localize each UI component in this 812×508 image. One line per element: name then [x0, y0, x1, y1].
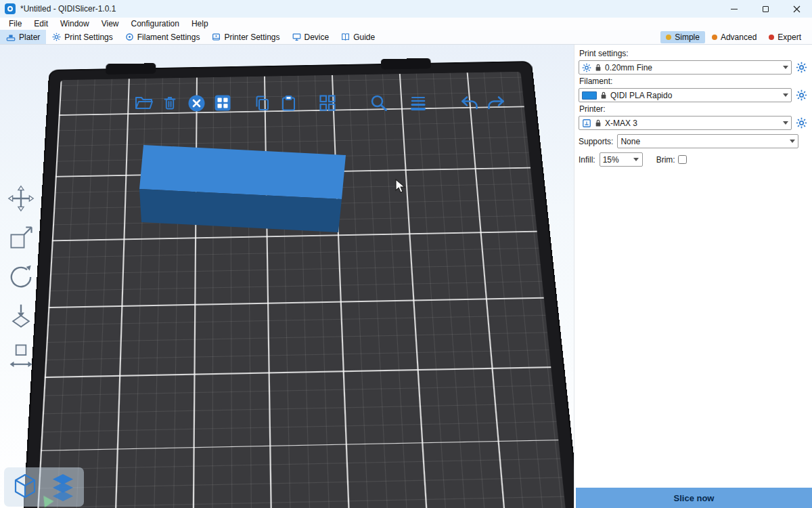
mode-simple[interactable]: Simple — [660, 31, 705, 43]
printer-label: Printer: — [579, 104, 808, 114]
filament-color-swatch — [582, 91, 597, 100]
close-button[interactable] — [781, 0, 812, 18]
tab-label: Plater — [19, 33, 40, 42]
slice-now-button[interactable]: Slice now — [576, 488, 812, 508]
plater-icon — [6, 33, 16, 42]
move-icon — [7, 184, 35, 213]
print-settings-label: Print settings: — [579, 49, 808, 58]
editor-view-button[interactable] — [9, 471, 41, 503]
3d-viewport[interactable] — [0, 45, 574, 508]
cube-3d-icon — [11, 472, 39, 502]
open-file-button[interactable] — [134, 93, 153, 112]
profile-gear-icon — [582, 63, 591, 72]
split-objects-icon — [319, 94, 336, 112]
tab-filament-settings[interactable]: Filament Settings — [119, 30, 206, 44]
chevron-down-icon — [790, 140, 795, 143]
tab-device[interactable]: Device — [286, 30, 336, 44]
delete-button[interactable] — [160, 93, 179, 112]
print-settings-combo[interactable]: 0.20mm Fine — [579, 60, 792, 75]
delete-all-button[interactable] — [187, 93, 206, 112]
print-settings-value: 0.20mm Fine — [605, 63, 652, 72]
rotate-tool-button[interactable] — [5, 261, 37, 293]
bed-clip — [381, 58, 432, 70]
undo-button[interactable] — [460, 93, 479, 112]
supports-label: Supports: — [579, 137, 613, 146]
maximize-icon — [763, 6, 769, 12]
arrange-button[interactable] — [213, 93, 232, 112]
filament-value: QIDI PLA Rapido — [610, 91, 672, 100]
supports-row: Supports: None — [579, 134, 808, 148]
search-button[interactable] — [369, 93, 388, 112]
scale-tool-button[interactable] — [5, 222, 37, 253]
minimize-icon — [731, 9, 738, 9]
variable-layer-height-button[interactable] — [409, 93, 428, 112]
dropdown-arrow — [780, 61, 791, 74]
supports-value: None — [621, 137, 640, 146]
printer-combo[interactable]: X-MAX 3 — [579, 116, 792, 130]
mode-expert[interactable]: Expert — [763, 31, 807, 43]
menu-help[interactable]: Help — [185, 19, 215, 28]
open-folder-icon — [135, 95, 153, 111]
settings-sidebar: Print settings: 0.20mm Fine Filament: — [574, 45, 812, 508]
gear-icon — [796, 62, 807, 73]
maximize-button[interactable] — [750, 0, 781, 18]
filament-gear-button[interactable] — [795, 89, 808, 102]
mode-label: Expert — [777, 33, 801, 42]
advanced-mode-dot-icon — [712, 35, 717, 40]
expert-mode-dot-icon — [769, 35, 774, 40]
tab-label: Print Settings — [64, 33, 112, 42]
chevron-down-icon — [783, 66, 788, 69]
menu-edit[interactable]: Edit — [28, 19, 54, 28]
undo-arrow-icon — [460, 95, 479, 111]
print-settings-row: 0.20mm Fine — [579, 60, 808, 75]
redo-arrow-icon — [487, 95, 505, 111]
rotate-icon — [7, 263, 35, 291]
delete-all-icon — [187, 94, 206, 112]
infill-label: Infill: — [579, 155, 595, 165]
brim-checkbox[interactable] — [678, 155, 687, 164]
close-icon — [793, 5, 800, 13]
menubar: File Edit Window View Configuration Help — [0, 18, 812, 30]
paste-icon — [280, 95, 296, 112]
chevron-down-icon — [633, 158, 639, 161]
trash-icon — [162, 95, 178, 112]
print-settings-gear-button[interactable] — [795, 61, 808, 74]
tab-label: Filament Settings — [137, 33, 200, 42]
filament-combo[interactable]: QIDI PLA Rapido — [579, 88, 792, 102]
search-icon — [369, 93, 388, 112]
infill-combo[interactable]: 15% — [600, 152, 643, 167]
preview-view-button[interactable] — [47, 471, 79, 503]
place-on-face-tool-button[interactable] — [5, 301, 37, 332]
chevron-down-icon — [783, 121, 788, 125]
copy-button[interactable] — [252, 93, 271, 112]
lock-icon — [600, 91, 607, 100]
menu-window[interactable]: Window — [54, 19, 95, 28]
filament-label: Filament: — [579, 77, 808, 86]
menu-file[interactable]: File — [3, 19, 28, 28]
tab-print-settings[interactable]: Print Settings — [46, 30, 118, 44]
paste-button[interactable] — [279, 93, 298, 112]
tab-printer-settings[interactable]: Printer Settings — [206, 30, 286, 44]
dropdown-arrow — [780, 89, 791, 102]
menu-configuration[interactable]: Configuration — [125, 19, 185, 28]
menu-view[interactable]: View — [95, 19, 125, 28]
supports-combo[interactable]: None — [617, 134, 798, 148]
redo-button[interactable] — [487, 93, 505, 112]
tab-label: Guide — [353, 33, 375, 42]
chevron-down-icon — [783, 93, 788, 97]
scale-icon — [7, 224, 35, 252]
printer-gear-button[interactable] — [795, 117, 808, 129]
filament-row: QIDI PLA Rapido — [579, 88, 808, 102]
window-title: *Untitled - QIDISlicer-1.0.1 — [20, 4, 116, 14]
simple-mode-dot-icon — [666, 35, 671, 40]
tab-guide[interactable]: Guide — [335, 30, 381, 44]
mode-advanced[interactable]: Advanced — [706, 31, 762, 43]
move-tool-button[interactable] — [5, 183, 37, 214]
dropdown-arrow — [631, 153, 642, 166]
split-objects-button[interactable] — [318, 93, 337, 112]
minimize-button[interactable] — [719, 0, 750, 18]
measure-tool-button[interactable] — [5, 340, 37, 371]
bed-plate-grid — [32, 72, 574, 508]
tab-plater[interactable]: Plater — [0, 30, 46, 44]
filament-icon — [125, 33, 134, 41]
